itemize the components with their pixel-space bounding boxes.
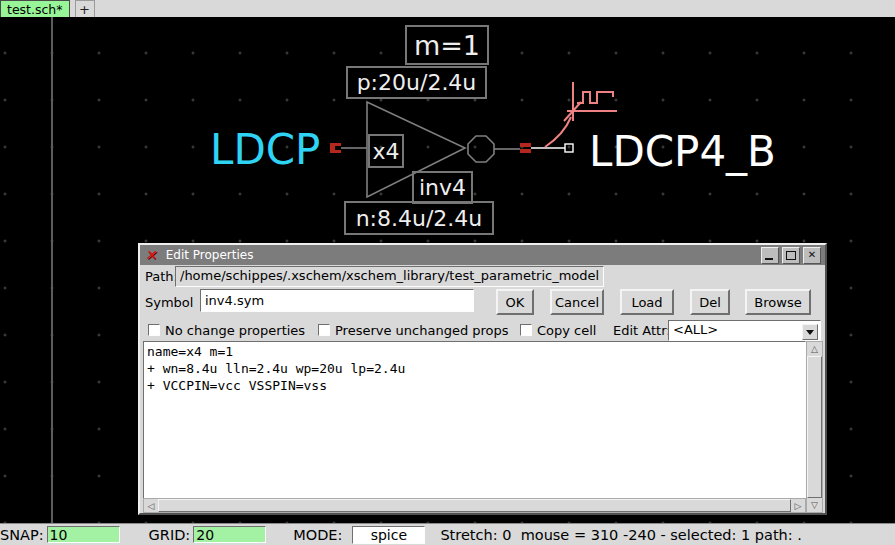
output-net-label[interactable]: LDCP4_B [589, 127, 776, 176]
close-icon: ✕ [808, 250, 816, 260]
browse-button[interactable]: Browse [745, 289, 811, 315]
symbol-input[interactable] [200, 289, 474, 312]
del-button[interactable]: Del [690, 289, 730, 315]
input-net-label[interactable]: LDCP [210, 125, 320, 174]
scroll-up-icon[interactable]: △ [807, 342, 822, 356]
no-change-properties-checkbox[interactable] [148, 324, 160, 336]
cell-name-text: inv4 [419, 175, 466, 200]
symbol-label: Symbol [145, 295, 193, 310]
mult-text: x4 [372, 139, 399, 164]
horizontal-scrollbar[interactable]: ◁ ▷ [143, 498, 806, 513]
vertical-scrollbar[interactable]: △ ▽ [806, 341, 823, 513]
tab-label: test.sch* [7, 2, 63, 17]
cell-name-label[interactable]: inv4 [412, 171, 473, 204]
path-value: /home/schippes/.xschem/xschem_library/te… [175, 266, 604, 287]
instance-mult-label[interactable]: x4 [368, 134, 404, 168]
param-label-m[interactable]: m=1 [405, 25, 489, 65]
minimize-icon [765, 258, 773, 260]
dialog-titlebar[interactable]: ✕ Edit Properties ✕ [140, 245, 825, 265]
scroll-left-icon[interactable]: ◁ [144, 499, 158, 512]
scroll-right-icon[interactable]: ▷ [791, 499, 805, 512]
param-n-text: n:8.4u/2.4u [356, 206, 483, 231]
chevron-down-icon[interactable] [802, 324, 818, 340]
tab-test-sch[interactable]: test.sch* [0, 0, 70, 17]
horizontal-scroll-thumb[interactable] [158, 499, 791, 512]
ok-button[interactable]: OK [496, 289, 534, 315]
load-button[interactable]: Load [620, 289, 674, 315]
properties-textarea[interactable]: name=x4 m=1 + wn=8.4u lln=2.4u wp=20u lp… [143, 341, 806, 499]
xschem-logo-icon: ✕ [145, 247, 160, 263]
tab-bar: test.sch* + [0, 0, 895, 17]
minimize-button[interactable] [761, 247, 779, 264]
path-label: Path: [145, 269, 178, 284]
param-label-p[interactable]: p:20u/2.4u [346, 66, 487, 99]
param-label-n[interactable]: n:8.4u/2.4u [344, 201, 494, 235]
maximize-icon [786, 251, 796, 260]
snap-label: SNAP: [0, 527, 44, 543]
mode-label: MODE: [293, 527, 342, 543]
dialog-title: Edit Properties [166, 248, 758, 262]
output-wire[interactable] [531, 144, 573, 152]
edit-attr-dropdown[interactable]: <ALL> [668, 320, 821, 341]
cancel-button[interactable]: Cancel [550, 289, 604, 315]
edit-attr-label: Edit Attr: [613, 323, 671, 338]
mode-input[interactable] [352, 526, 425, 544]
plus-icon: + [79, 2, 90, 17]
snap-input[interactable] [47, 526, 120, 543]
input-pin[interactable] [330, 143, 341, 153]
new-tab-button[interactable]: + [75, 0, 95, 17]
preserve-unchanged-props-checkbox[interactable] [318, 324, 330, 336]
grid-label: GRID: [149, 527, 191, 543]
copy-cell-checkbox[interactable] [520, 324, 532, 336]
maximize-button[interactable] [782, 247, 800, 264]
param-m-text: m=1 [414, 30, 480, 61]
edit-properties-dialog: ✕ Edit Properties ✕ Path: /home/schippes… [138, 243, 827, 515]
param-p-text: p:20u/2.4u [357, 70, 477, 95]
no-change-properties-label: No change properties [165, 323, 305, 338]
scroll-down-icon[interactable]: ▽ [807, 498, 822, 512]
preserve-unchanged-props-label: Preserve unchanged props [335, 323, 509, 338]
output-pin[interactable] [520, 143, 531, 153]
copy-cell-label: Copy cell [537, 323, 596, 338]
grid-input[interactable] [193, 526, 266, 543]
vertical-scroll-thumb[interactable] [807, 356, 822, 498]
status-info-text: Stretch: 0 mouse = 310 -240 - selected: … [440, 527, 802, 543]
status-bar: SNAP: GRID: MODE: Stretch: 0 mouse = 310… [0, 523, 895, 545]
edit-attr-value: <ALL> [673, 322, 718, 337]
close-button[interactable]: ✕ [803, 247, 821, 264]
